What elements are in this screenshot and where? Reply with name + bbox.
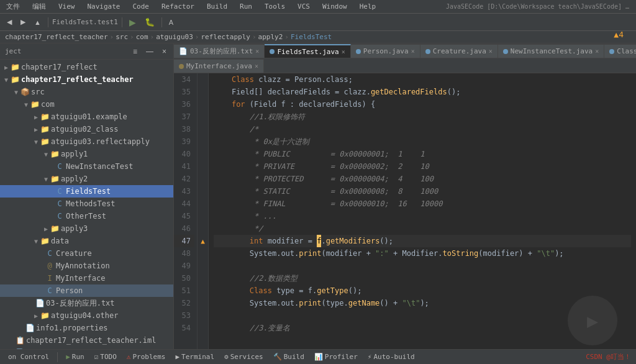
services-button[interactable]: ⚙ Services xyxy=(221,352,266,362)
tree-item-atguigu04[interactable]: ▶ 📁 atguigu04.other xyxy=(0,309,173,322)
menu-code[interactable]: Code xyxy=(130,1,152,12)
todo-button[interactable]: ☑ TODO xyxy=(91,352,120,362)
sidebar-title: ject xyxy=(5,47,22,55)
sidebar-settings-button[interactable]: ≡ xyxy=(131,47,139,57)
menu-build[interactable]: Build xyxy=(204,1,230,12)
back-button[interactable]: ◀ xyxy=(4,17,15,27)
tab-creature[interactable]: Creature.java × xyxy=(420,44,498,58)
terminal-button[interactable]: ▶ Terminal xyxy=(172,352,217,362)
line-num-49: 49 xyxy=(174,260,194,272)
sidebar-close-button[interactable]: × xyxy=(160,47,168,57)
menu-window[interactable]: Window xyxy=(320,1,350,12)
code-line-40: * PUBLIC = 0x00000001; 1 1 xyxy=(214,148,631,160)
line-num-39: 39 xyxy=(174,135,194,148)
tree-item-atguigu03[interactable]: ▼ 📁 atguigu03.reflectapply xyxy=(0,135,173,148)
menu-help[interactable]: Help xyxy=(357,1,379,12)
profiler-label: Profiler xyxy=(325,353,358,361)
menu-vcs[interactable]: VCS xyxy=(295,1,312,12)
editor-panel: 📄 03-反射的应用.txt × FieldsTest.java × Perso… xyxy=(174,43,636,349)
tree-item-chapter17-reflect[interactable]: ▶ 📁 chapter17_reflect xyxy=(0,61,173,73)
tab-fields-test[interactable]: FieldsTest.java × xyxy=(265,44,350,58)
menu-navigate[interactable]: Navigate xyxy=(85,1,123,12)
tab-my-interface[interactable]: MyInterface.java × xyxy=(174,59,264,73)
run-status-button[interactable]: ▶ Run xyxy=(63,352,88,362)
build-label: Build xyxy=(284,353,304,361)
code-line-51: Class type = f.getType(); xyxy=(214,284,631,297)
tree-item-apply1[interactable]: ▼ 📁 apply1 xyxy=(0,148,173,160)
tree-item-fields-test[interactable]: C FieldsTest xyxy=(0,185,173,198)
tree-item-methods-test[interactable]: C MethodsTest xyxy=(0,198,173,210)
tab-bar-row2: MyInterface.java × xyxy=(174,58,636,73)
debug-button[interactable]: 🐛 xyxy=(142,16,158,28)
tab-bar-row1: 📄 03-反射的应用.txt × FieldsTest.java × Perso… xyxy=(174,43,636,58)
menu-run[interactable]: Run xyxy=(237,1,255,12)
window-title: JavaSECode [D:\Code\Workspace_teach\Java… xyxy=(446,3,632,10)
line-num-50: 50 xyxy=(174,272,194,284)
tab-new-instance-test[interactable]: NewInstanceTest.java × xyxy=(498,44,604,58)
tree-item-data[interactable]: ▼ 📁 data xyxy=(0,235,173,247)
problems-button[interactable]: ⚠ Problems xyxy=(124,352,169,362)
status-bar: on Control ▶ Run ☑ TODO ⚠ Problems ▶ Ter… xyxy=(0,349,636,364)
menu-tools[interactable]: Tools xyxy=(262,1,288,12)
tree-item-com[interactable]: ▼ 📁 com xyxy=(0,98,173,111)
auto-build-label: Auto-build xyxy=(373,353,414,361)
tree-item-new-instance-test[interactable]: C NewInstanceTest xyxy=(0,160,173,173)
line-num-37: 37 xyxy=(174,111,194,123)
tree-item-chapter17-iml[interactable]: 📋 chapter17_reflect_teacher.iml xyxy=(0,334,173,347)
problems-label: Problems xyxy=(132,353,165,361)
tab-reflectapply-txt[interactable]: 📄 03-反射的应用.txt × xyxy=(174,44,265,58)
tree-item-info1-properties[interactable]: 📄 info1.properties xyxy=(0,322,173,334)
tree-item-my-interface[interactable]: I MyInterface xyxy=(0,272,173,284)
up-button[interactable]: ▲ xyxy=(31,17,44,27)
line-num-46: 46 xyxy=(174,222,194,235)
watermark: ▶ xyxy=(568,296,617,345)
todo-label: TODO xyxy=(100,353,117,361)
line-num-40: 40 xyxy=(174,148,194,160)
sidebar: ject ≡ — × ▶ 📁 chapter17_reflect ▼ 📁 cha… xyxy=(0,43,174,349)
code-line-37: //1.权限修饰符 xyxy=(214,111,631,123)
code-line-48: System.out.print(modifier + ":" + Modifi… xyxy=(214,247,631,260)
tree-item-person[interactable]: C Person xyxy=(0,284,173,297)
line-num-38: 38 xyxy=(174,123,194,135)
line-num-47: 47 xyxy=(174,235,194,247)
tree-item-atguigu01[interactable]: ▶ 📁 atguigu01.example xyxy=(0,111,173,123)
tree-item-apply2[interactable]: ▼ 📁 apply2 xyxy=(0,173,173,185)
line-num-52: 52 xyxy=(174,297,194,309)
tree-item-other-test[interactable]: C OtherTest xyxy=(0,210,173,222)
tree-item-creature[interactable]: C Creature xyxy=(0,247,173,260)
menu-refactor[interactable]: Refactor xyxy=(159,1,197,12)
line-num-48: 48 xyxy=(174,247,194,260)
main-area: ject ≡ — × ▶ 📁 chapter17_reflect ▼ 📁 cha… xyxy=(0,43,636,349)
run-icon: ▶ xyxy=(66,353,70,361)
line-numbers: 34 35 36 37 38 39 40 41 42 43 44 45 46 4… xyxy=(174,73,198,349)
code-editor[interactable]: 34 35 36 37 38 39 40 41 42 43 44 45 46 4… xyxy=(174,73,636,349)
run-button[interactable]: ▶ xyxy=(126,16,139,29)
tree-item-chapter17-reflect-teacher[interactable]: ▼ 📁 chapter17_reflect_teacher xyxy=(0,73,173,86)
tree-item-atguigu02[interactable]: ▶ 📁 atguigu02_class xyxy=(0,123,173,135)
tree-item-my-annotation[interactable]: @ MyAnnotation xyxy=(0,260,173,272)
code-line-39: * 0x是十六进制 xyxy=(214,135,631,148)
forward-button[interactable]: ▶ xyxy=(17,17,29,27)
profiler-button[interactable]: 📊 Profiler xyxy=(311,352,361,362)
tab-person[interactable]: Person.java × xyxy=(351,44,420,58)
problems-icon: ⚠ xyxy=(127,353,131,361)
menu-file[interactable]: 文件 xyxy=(4,1,22,12)
terminal-icon: ▶ xyxy=(175,353,179,361)
sidebar-collapse-button[interactable]: — xyxy=(144,47,155,57)
sidebar-header: ject ≡ — × xyxy=(0,43,173,60)
code-line-35: Field[] declaredFields = clazz.getDeclar… xyxy=(214,86,631,98)
code-line-46: */ xyxy=(214,222,631,235)
tree-item-src[interactable]: ▼ 📦 src xyxy=(0,86,173,98)
tree-item-reflectapply-txt[interactable]: 📄 03-反射的应用.txt xyxy=(0,297,173,309)
build-button[interactable]: 🔨 Build xyxy=(270,352,307,362)
breadcrumb: chapter17_reflect_teacher › src › com › … xyxy=(5,33,332,41)
code-line-47: int modifier = f.getModifiers(); xyxy=(214,235,631,247)
auto-build-button[interactable]: ⚡ Auto-build xyxy=(365,352,418,362)
tab-class[interactable]: Class.java × xyxy=(604,44,636,58)
tree-item-apply3[interactable]: ▶ 📁 apply3 xyxy=(0,222,173,235)
gutter: ▲ xyxy=(198,73,209,349)
on-control-button[interactable]: on Control xyxy=(5,352,52,362)
menu-edit[interactable]: 编辑 xyxy=(30,1,48,12)
translate-button[interactable]: A xyxy=(166,17,176,27)
menu-view[interactable]: View xyxy=(56,1,78,12)
